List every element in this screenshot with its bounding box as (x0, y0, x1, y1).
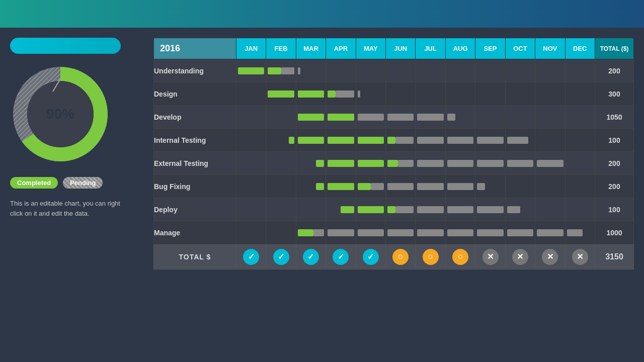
legend-pending: Pending (63, 177, 103, 189)
bar-green (358, 160, 384, 167)
month-cell (475, 175, 505, 198)
total-row: TOTAL $✓✓✓✓✓○○○✕✕✕✕3150 (154, 244, 634, 269)
month-cell (356, 129, 385, 152)
footer-icon-cell: ✓ (356, 244, 385, 269)
gantt-table: 2016 JAN FEB MAR APR MAY JUN JUL AUG SEP… (153, 38, 634, 269)
bar-green (328, 160, 354, 167)
bar-gray (477, 229, 503, 236)
bar-gray (398, 160, 414, 167)
bar-green (358, 206, 384, 213)
gantt-row: Deploy100 (154, 198, 634, 221)
footer-icon-cell: ○ (445, 244, 475, 269)
month-aug: AUG (445, 38, 475, 59)
month-cell (266, 152, 296, 175)
month-cell (565, 129, 595, 152)
bar-green (316, 160, 324, 167)
month-feb: FEB (266, 38, 296, 59)
month-cell (236, 106, 266, 129)
main-content: 90% Completed Pending This is an editabl… (0, 28, 644, 362)
month-cell (236, 175, 266, 198)
month-cell (266, 221, 296, 244)
month-cell (266, 129, 296, 152)
bar-green (298, 90, 324, 98)
pending-icon: ○ (423, 249, 439, 265)
bar-gray (417, 137, 443, 144)
donut-percent: 90% (46, 106, 74, 122)
month-cell (296, 221, 326, 244)
gantt-panel: 2016 JAN FEB MAR APR MAY JUN JUL AUG SEP… (153, 38, 634, 357)
month-cell (416, 59, 445, 82)
bar-gray (417, 183, 443, 190)
bar-gray (387, 229, 414, 236)
bar-gray (313, 229, 324, 236)
total-row-label: TOTAL $ (154, 244, 236, 269)
month-cell (356, 59, 385, 82)
bar-gray (371, 183, 384, 190)
bar-green (289, 137, 294, 144)
bar-gray (477, 137, 503, 144)
x-icon: ✕ (512, 249, 528, 265)
month-cell (505, 59, 535, 82)
check-icon: ✓ (363, 249, 379, 265)
grand-total: 3150 (595, 244, 634, 269)
task-name: Bug Fixing (154, 175, 236, 198)
month-cell (416, 221, 445, 244)
footer-icon-cell: ○ (386, 244, 416, 269)
footer-icon-cell: ✕ (505, 244, 535, 269)
task-total: 100 (595, 198, 634, 221)
bar-gray (417, 229, 443, 236)
month-cell (326, 82, 356, 106)
month-cell (386, 175, 416, 198)
x-icon: ✕ (572, 249, 588, 265)
month-cell (236, 198, 266, 221)
bar-gray (336, 90, 354, 98)
month-cell (296, 59, 326, 82)
month-jun: JUN (386, 38, 416, 59)
donut-center: 90% (46, 106, 74, 122)
bar-gray (507, 229, 533, 236)
check-icon: ✓ (243, 249, 259, 265)
month-cell (505, 175, 535, 198)
task-name: Design (154, 82, 236, 106)
task-name: External Testing (154, 152, 236, 175)
bar-gray (447, 160, 473, 167)
month-apr: APR (326, 38, 356, 59)
bar-green (298, 114, 324, 121)
bar-gray (537, 229, 563, 236)
month-cell (266, 175, 296, 198)
bar-gray (537, 160, 563, 167)
month-may: MAY (356, 38, 385, 59)
check-icon: ✓ (273, 249, 289, 265)
bar-gray (507, 206, 520, 213)
description-text: This is an editable chart, you can right… (10, 199, 121, 218)
month-cell (356, 152, 385, 175)
month-cell (416, 175, 445, 198)
month-cell (296, 152, 326, 175)
month-cell (475, 152, 505, 175)
month-cell (535, 198, 565, 221)
month-cell (326, 198, 356, 221)
month-oct: OCT (505, 38, 535, 59)
month-cell (475, 59, 505, 82)
bar-green (328, 114, 354, 121)
month-cell (565, 221, 595, 244)
month-cell (416, 106, 445, 129)
task-name: Develop (154, 106, 236, 129)
gantt-row: External Testing200 (154, 152, 634, 175)
month-cell (565, 198, 595, 221)
month-cell (236, 59, 266, 82)
top-bar (0, 0, 644, 28)
month-cell (535, 106, 565, 129)
bar-gray (358, 90, 360, 98)
month-cell (266, 198, 296, 221)
month-cell (416, 82, 445, 106)
bar-green (328, 90, 336, 98)
bar-green (238, 67, 264, 74)
month-cell (535, 152, 565, 175)
month-cell (565, 59, 595, 82)
month-cell (296, 175, 326, 198)
check-icon: ✓ (303, 249, 319, 265)
month-cell (475, 198, 505, 221)
bar-gray (447, 206, 473, 213)
month-nov: NOV (535, 38, 565, 59)
